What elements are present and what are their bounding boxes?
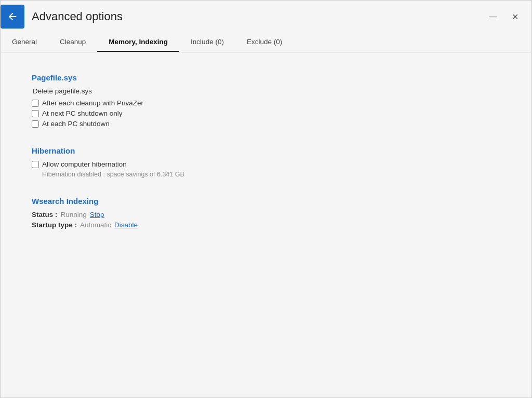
- wsearch-startup-row: Startup type : Automatic Disable: [32, 221, 500, 229]
- checkbox-next-shutdown-input[interactable]: [32, 110, 39, 117]
- window-controls: — ✕: [487, 10, 521, 23]
- checkbox-each-shutdown-label: At each PC shutdown: [42, 120, 110, 128]
- wsearch-title: Wsearch Indexing: [32, 197, 500, 205]
- main-window: Advanced options — ✕ General Cleanup Mem…: [0, 0, 532, 398]
- hibernation-section: Hibernation Allow computer hibernation H…: [32, 146, 500, 178]
- startup-value: Automatic: [80, 221, 111, 229]
- checkbox-hibernation-label: Allow computer hibernation: [42, 160, 127, 168]
- checkbox-next-shutdown: At next PC shutdown only: [32, 109, 500, 117]
- tab-include[interactable]: Include (0): [179, 33, 235, 52]
- pagefile-section: Pagefile.sys Delete pagefile.sys After e…: [32, 73, 500, 128]
- stop-link[interactable]: Stop: [90, 211, 104, 218]
- minimize-button[interactable]: —: [487, 10, 499, 23]
- status-value: Running: [61, 211, 87, 218]
- pagefile-subtitle: Delete pagefile.sys: [33, 87, 500, 95]
- checkbox-after-cleanup-label: After each cleanup with PrivaZer: [42, 99, 143, 107]
- hibernation-title: Hibernation: [32, 146, 500, 155]
- checkbox-hibernation: Allow computer hibernation: [32, 160, 500, 168]
- tab-memory-indexing[interactable]: Memory, Indexing: [97, 33, 179, 52]
- hibernation-note: Hibernation disabled : space savings of …: [42, 171, 500, 178]
- status-label: Status :: [32, 211, 58, 218]
- checkbox-hibernation-input[interactable]: [32, 161, 39, 168]
- checkbox-each-shutdown: At each PC shutdown: [32, 120, 500, 128]
- title-left: Advanced options: [1, 5, 123, 29]
- back-arrow-icon: [7, 11, 18, 22]
- checkbox-next-shutdown-label: At next PC shutdown only: [42, 109, 123, 117]
- tab-general[interactable]: General: [1, 33, 48, 52]
- window-title: Advanced options: [32, 10, 123, 23]
- disable-link[interactable]: Disable: [114, 221, 138, 229]
- checkbox-after-cleanup-input[interactable]: [32, 100, 39, 107]
- back-button[interactable]: [1, 5, 24, 29]
- tab-exclude[interactable]: Exclude (0): [235, 33, 294, 52]
- tab-cleanup[interactable]: Cleanup: [48, 33, 97, 52]
- title-bar: Advanced options — ✕: [1, 1, 531, 33]
- checkbox-each-shutdown-input[interactable]: [32, 120, 39, 128]
- tab-bar: General Cleanup Memory, Indexing Include…: [1, 33, 531, 52]
- wsearch-status-row: Status : Running Stop: [32, 211, 500, 218]
- wsearch-section: Wsearch Indexing Status : Running Stop S…: [32, 197, 500, 229]
- close-button[interactable]: ✕: [509, 10, 521, 23]
- main-content: Pagefile.sys Delete pagefile.sys After e…: [1, 52, 531, 397]
- checkbox-after-cleanup: After each cleanup with PrivaZer: [32, 99, 500, 107]
- startup-label: Startup type :: [32, 221, 77, 229]
- pagefile-title: Pagefile.sys: [32, 73, 500, 82]
